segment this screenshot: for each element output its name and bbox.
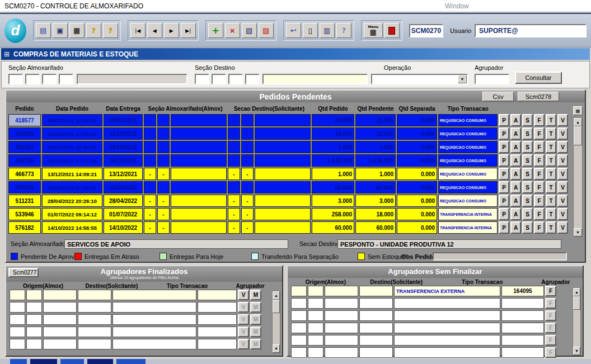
agrupador-field[interactable]: 164095	[501, 286, 544, 296]
cell-almox-sub[interactable]: -	[157, 154, 170, 167]
scrollbar-track[interactable]	[574, 126, 582, 228]
origem-desc-field[interactable]	[43, 302, 77, 313]
cell-data-entrega[interactable]: 13/04/2022	[104, 181, 143, 193]
cell-data-pedido[interactable]: 13/04/2022 07:18:12	[42, 181, 102, 193]
cell-almox-sub[interactable]: -	[157, 114, 170, 126]
row-a-button[interactable]: A	[510, 208, 521, 220]
save-icon[interactable]: ▤	[36, 23, 51, 38]
row-f-button[interactable]: F	[534, 114, 545, 126]
destino-field[interactable]	[78, 302, 111, 313]
consultar-button[interactable]: Consultar	[515, 72, 562, 84]
scm0278-button[interactable]: Scm0278	[518, 92, 559, 101]
origem-desc-field[interactable]	[325, 310, 358, 321]
help-icon[interactable]: ?	[86, 23, 101, 38]
row-t-button[interactable]: T	[546, 127, 556, 140]
destino-field[interactable]	[359, 286, 393, 296]
cell-dest-desc[interactable]	[255, 141, 311, 153]
cell-qtd-pendente[interactable]: 20.000	[355, 114, 396, 126]
cell-pedido[interactable]: 451233	[8, 141, 41, 153]
nav-first-icon[interactable]: |◀	[130, 23, 146, 38]
sem-finalizar-row[interactable]: TRANSFERENCIA EXTERNA164095F	[291, 286, 580, 296]
cell-almox-desc[interactable]	[171, 114, 227, 126]
cell-data-entrega[interactable]: 01/07/2022	[104, 208, 143, 220]
destino-field[interactable]	[359, 298, 393, 309]
agrupador-field[interactable]	[198, 290, 237, 300]
obs-pedido-field[interactable]	[433, 252, 567, 261]
cell-dest-code[interactable]: -	[228, 114, 240, 126]
cell-dest-code[interactable]: -	[228, 141, 240, 153]
row-v-button[interactable]: V	[557, 208, 568, 220]
cell-almox-sub[interactable]: -	[157, 127, 170, 140]
row-t-button[interactable]: T	[546, 208, 556, 220]
cell-data-pedido[interactable]: 14/10/2022 14:56:55	[42, 221, 102, 234]
origem-desc-field[interactable]	[43, 327, 77, 337]
row-v-button[interactable]: V	[557, 114, 568, 126]
secao-destino-code-3-input[interactable]	[228, 74, 243, 84]
cell-pedido[interactable]: 418577	[8, 114, 41, 126]
cell-almox-code[interactable]: -	[144, 154, 156, 167]
row-t-button[interactable]: T	[546, 154, 556, 167]
cell-data-pedido[interactable]: 19/10/2021 20:40:33	[42, 141, 102, 153]
sem-finalizar-row[interactable]: F	[291, 323, 580, 333]
cell-qtd-pendente[interactable]: 1.036.920	[355, 154, 396, 167]
finalizados-row[interactable]: VM	[10, 314, 280, 325]
sem-finalizar-row[interactable]: F	[291, 335, 580, 346]
cell-dest-code[interactable]: -	[228, 127, 240, 140]
cell-qtd-pedido[interactable]: 1.000	[312, 141, 354, 153]
destino-field[interactable]	[78, 314, 111, 325]
tipo-transacao-field[interactable]	[112, 302, 196, 313]
finalizados-row[interactable]: VM	[10, 290, 280, 300]
origem-sub-field[interactable]	[26, 302, 42, 313]
destino-field[interactable]	[359, 335, 393, 346]
row-s-button[interactable]: S	[522, 168, 533, 180]
cell-qtd-separada[interactable]: 0.000	[397, 127, 437, 140]
origem-code-field[interactable]	[291, 298, 307, 309]
secao-almox-code-3-input[interactable]	[42, 74, 57, 84]
cell-data-entrega[interactable]: 13/12/2021	[104, 168, 143, 180]
cell-data-entrega[interactable]: 14/10/2022	[104, 221, 143, 234]
destino-field[interactable]	[78, 327, 111, 337]
origem-desc-field[interactable]	[43, 290, 77, 300]
destino-field[interactable]	[359, 310, 393, 321]
cell-almox-desc[interactable]	[171, 127, 227, 140]
row-a-button[interactable]: A	[510, 154, 521, 167]
row-p-button[interactable]: P	[499, 181, 509, 193]
cell-data-pedido[interactable]: 28/04/2022 20:26:10	[42, 195, 102, 207]
origem-sub-field[interactable]	[308, 347, 323, 358]
row-f-button[interactable]: F	[534, 195, 545, 207]
row-s-button[interactable]: S	[522, 154, 533, 167]
agrupador-field[interactable]	[198, 314, 237, 325]
menu-window[interactable]: Window	[445, 2, 469, 10]
scroll-up-icon[interactable]: ▲	[273, 291, 280, 300]
cell-dest-desc[interactable]	[255, 208, 311, 220]
row-a-button[interactable]: A	[510, 181, 521, 193]
cell-dest-desc[interactable]	[255, 221, 311, 234]
cell-almox-sub[interactable]: -	[157, 181, 170, 193]
cell-data-entrega[interactable]: 28/04/2022	[104, 195, 143, 207]
row-v-button[interactable]: V	[557, 195, 568, 207]
cell-almox-sub[interactable]: -	[157, 141, 170, 153]
row-v-button[interactable]: V	[557, 127, 568, 140]
table-row[interactable]: 41857705/07/2021 16:26:1605/07/2021----2…	[8, 114, 583, 126]
cell-almox-desc[interactable]	[171, 154, 227, 167]
cell-dest-desc[interactable]	[255, 181, 311, 193]
scrollbar-track[interactable]	[273, 300, 280, 344]
cell-qtd-pedido[interactable]: 60.000	[312, 181, 354, 193]
finalize-button[interactable]: F	[545, 286, 556, 296]
tipo-transacao-field[interactable]: TRANSFERENCIA EXTERNA	[394, 286, 500, 296]
tipo-transacao-field[interactable]	[394, 310, 500, 321]
nav-last-icon[interactable]: ▶|	[181, 23, 196, 38]
agrupador-field[interactable]	[501, 323, 544, 333]
cell-data-pedido[interactable]: 01/07/2022 09:14:12	[42, 208, 102, 220]
cell-tipo-transacao[interactable]: REQUISICAO CONSUMO	[438, 141, 498, 153]
delete-record-icon[interactable]: ×	[225, 23, 240, 38]
scrollbar-thumb[interactable]	[273, 300, 280, 313]
cell-data-pedido[interactable]: 13/10/2021 17:04:02	[42, 127, 102, 140]
cell-qtd-separada[interactable]: 0.000	[397, 154, 437, 167]
row-s-button[interactable]: S	[522, 181, 533, 193]
row-v-button[interactable]: V	[557, 221, 568, 234]
cell-dest-code[interactable]: -	[228, 195, 240, 207]
scroll-down-icon[interactable]: ▼	[273, 344, 280, 353]
destino-field[interactable]	[78, 290, 111, 300]
table-options-icon[interactable]: ▦	[573, 106, 583, 115]
